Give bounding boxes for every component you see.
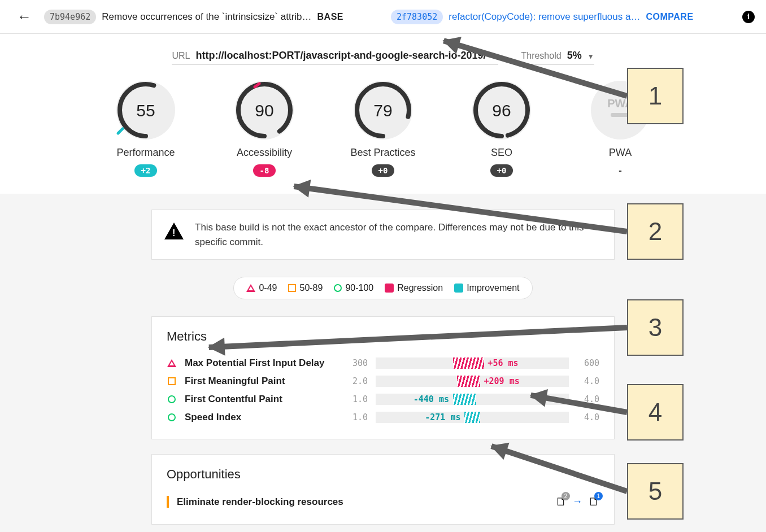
delta-badge: -8	[253, 164, 276, 177]
delta-badge: +0	[372, 164, 395, 177]
circle-icon	[334, 284, 342, 292]
metrics-card: Metrics Max Potential First Input Delay …	[151, 316, 615, 439]
metric-bar: -271 ms	[376, 412, 569, 423]
info-icon[interactable]: i	[742, 11, 755, 23]
compare-commit[interactable]: 2f783052 refactor(CopyCode): remove supe…	[391, 10, 731, 24]
gauge-best-practices[interactable]: 79 Best Practices +0	[343, 79, 423, 177]
threshold-label: Threshold	[521, 51, 561, 61]
base-commit[interactable]: 7b94e962 Remove occurrences of the `intr…	[44, 10, 384, 24]
metric-bar: +209 ms	[376, 376, 569, 387]
metric-row[interactable]: Speed Index 1.0 -271 ms 4.0	[167, 408, 599, 426]
back-button[interactable]: ←	[11, 8, 37, 25]
regression-swatch	[385, 284, 394, 293]
square-icon	[167, 496, 169, 508]
svg-text:79: 79	[373, 101, 392, 120]
base-title: Remove occurrences of the `intrinsicsize…	[102, 11, 311, 23]
triangle-icon	[246, 284, 255, 292]
gauge-performance[interactable]: 55 Performance +2	[106, 79, 185, 177]
annotation-4: 4	[627, 384, 684, 441]
annotation-5: 5	[627, 463, 684, 520]
arrow-right-icon: →	[572, 496, 582, 508]
delta-badge: +2	[134, 164, 158, 177]
metric-bar: +56 ms	[376, 357, 569, 369]
svg-text:55: 55	[136, 101, 155, 120]
annotation-2: 2	[627, 203, 684, 260]
report-compare-icon[interactable]: 🗋1	[588, 495, 599, 508]
svg-text:90: 90	[255, 101, 273, 120]
comparison-header: ← 7b94e962 Remove occurrences of the `in…	[0, 0, 766, 34]
annotation-1: 1	[627, 68, 684, 124]
threshold-select[interactable]: Threshold 5% ▼	[521, 50, 594, 64]
square-icon	[168, 377, 176, 385]
circle-icon	[168, 413, 176, 421]
filter-bar: URL http://localhost:PORT/javascript-and…	[0, 34, 766, 69]
compare-hash: 2f783052	[391, 10, 443, 24]
annotation-3: 3	[627, 299, 684, 356]
chevron-down-icon: ▼	[587, 53, 594, 60]
url-label: URL	[172, 51, 190, 61]
svg-line-3	[118, 129, 123, 133]
base-role: BASE	[317, 12, 343, 22]
threshold-value: 5%	[567, 50, 582, 62]
url-value: http://localhost:PORT/javascript-and-goo…	[195, 50, 486, 62]
report-base-icon[interactable]: 🗋2	[555, 495, 567, 508]
opportunity-row[interactable]: Eliminate render-blocking resources 🗋2 →…	[167, 492, 599, 512]
square-icon	[288, 284, 296, 292]
base-hash: 7b94e962	[44, 10, 96, 24]
delta-badge: -	[611, 164, 629, 177]
opportunities-heading: Opportunities	[167, 467, 599, 482]
circle-icon	[168, 395, 176, 403]
delta-badge: +0	[490, 164, 513, 177]
warning-icon	[164, 223, 184, 239]
metric-row[interactable]: Max Potential First Input Delay 300 +56 …	[167, 354, 599, 372]
improvement-swatch	[454, 284, 463, 293]
gauge-seo[interactable]: 96 SEO +0	[462, 79, 541, 177]
compare-role: COMPARE	[646, 12, 693, 22]
triangle-icon	[167, 359, 176, 367]
legend: 0-49 50-89 90-100 Regression Improvement	[233, 277, 532, 299]
svg-text:96: 96	[492, 101, 511, 120]
gauge-accessibility[interactable]: 90 Accessibility -8	[225, 79, 304, 177]
warning-text: This base build is not the exact ancesto…	[195, 220, 602, 249]
compare-title: refactor(CopyCode): remove superfluous a…	[449, 11, 640, 23]
